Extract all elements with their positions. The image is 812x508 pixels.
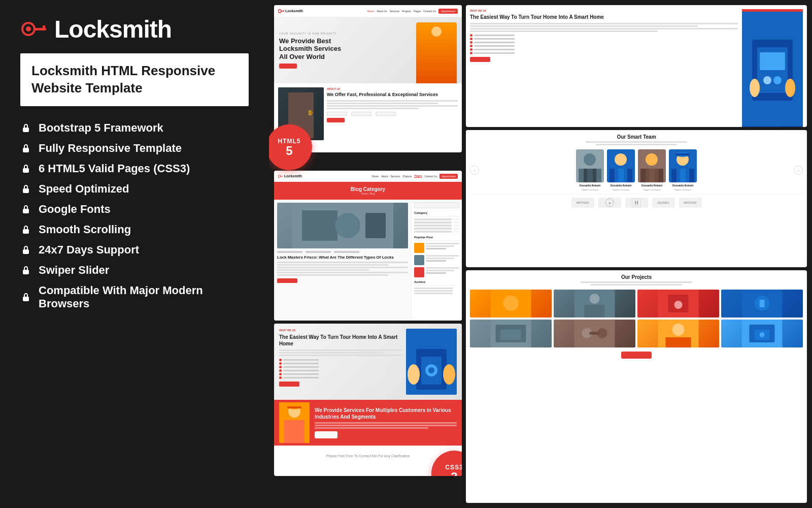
services-text-block: We Provide Services For Multiples Custom… bbox=[315, 407, 457, 438]
sf-4 bbox=[279, 369, 402, 372]
svg-rect-81 bbox=[760, 300, 765, 307]
feature-support-label: 24x7 Days Support bbox=[39, 243, 139, 257]
member-name-1: Donatella Nobatti bbox=[580, 184, 600, 187]
proj-svg-5 bbox=[470, 320, 552, 347]
dot-3 bbox=[279, 366, 282, 368]
svg-rect-7 bbox=[23, 188, 29, 193]
projects-section: Our Projects bbox=[466, 270, 807, 503]
html5-badge: HTML5 5 bbox=[269, 124, 312, 170]
svg-point-74 bbox=[590, 294, 600, 304]
what-read-more-btn[interactable] bbox=[470, 57, 490, 62]
blog-post-title: Lock Masters Frisco: What Are The Differ… bbox=[277, 255, 408, 260]
svg-point-48 bbox=[584, 153, 596, 166]
wd-3 bbox=[470, 28, 738, 29]
about-read-more-btn[interactable] bbox=[327, 118, 345, 122]
hero-screenshot-wrapper: Locksmith Home About Us Services Project… bbox=[274, 5, 462, 152]
srv-line-3 bbox=[315, 427, 428, 429]
member-name-3: Donatella Nobatti bbox=[641, 184, 662, 187]
text-line-2 bbox=[327, 103, 438, 104]
services-red-section: We Provide Services For Multiples Custom… bbox=[274, 400, 462, 446]
svg-rect-15 bbox=[283, 10, 284, 12]
wf-line-5 bbox=[474, 49, 515, 50]
srv-line-2 bbox=[315, 425, 457, 426]
project-2[interactable] bbox=[554, 290, 635, 318]
project-5[interactable] bbox=[470, 320, 552, 347]
what-header: WHAT WE US The Easiest Way To Turn Tour … bbox=[466, 5, 807, 127]
text-line-4 bbox=[327, 108, 419, 109]
team-prev-btn[interactable]: ‹ bbox=[470, 166, 479, 175]
meta-author bbox=[306, 251, 331, 253]
project-1[interactable] bbox=[470, 290, 552, 318]
svg-point-78 bbox=[674, 301, 683, 309]
blog-header: Blog Category Home / Blog bbox=[274, 182, 462, 200]
team-members-row: Donatella Nobatti Digital Lock Expert bbox=[576, 149, 697, 191]
svg-point-58 bbox=[646, 153, 658, 166]
blog-line-4 bbox=[277, 269, 369, 271]
pop-line-2 bbox=[426, 245, 454, 247]
sidebar-search[interactable] bbox=[414, 202, 459, 208]
blog-read-more-btn[interactable] bbox=[277, 278, 297, 283]
lock-icon-4 bbox=[20, 183, 31, 195]
hero-view-more-btn[interactable] bbox=[279, 64, 297, 69]
svg-rect-61 bbox=[649, 169, 655, 182]
blog-nav-active: Pages bbox=[414, 174, 422, 178]
sf-text-5 bbox=[283, 373, 319, 375]
services-enquire-btn[interactable] bbox=[315, 431, 337, 438]
cat-count-1 bbox=[453, 218, 459, 220]
wd-2 bbox=[470, 25, 698, 27]
brand-name: Locksmith bbox=[54, 15, 172, 43]
svg-rect-9 bbox=[23, 229, 29, 234]
svg-point-24 bbox=[335, 213, 360, 238]
project-4[interactable] bbox=[721, 290, 803, 318]
blog-header-title: Blog Category bbox=[351, 186, 385, 192]
sf-2 bbox=[279, 362, 402, 365]
wf-line-6 bbox=[474, 52, 515, 54]
blog-breadcrumb: Home / Blog bbox=[361, 192, 375, 195]
srv-line-1 bbox=[315, 422, 457, 424]
blog-line-5 bbox=[277, 272, 408, 273]
feature-fonts: Google Fonts bbox=[20, 203, 249, 216]
about-link-2 bbox=[351, 112, 371, 116]
popular-text-1 bbox=[426, 243, 459, 253]
project-8[interactable] bbox=[721, 320, 803, 347]
wf-5 bbox=[470, 48, 738, 51]
cat-count-2 bbox=[453, 221, 459, 224]
wf-dot-5 bbox=[470, 48, 472, 51]
hero-text: YOUR SECURITY IS OUR PRIORITY We Provide… bbox=[279, 32, 457, 69]
member-role-2: Digital Lock Expert bbox=[613, 188, 629, 191]
member-role-3: Digital Lock Expert bbox=[644, 188, 660, 191]
sidebar-category-title: Category bbox=[414, 211, 459, 214]
nav-appointment-btn[interactable]: Appointment bbox=[438, 9, 458, 14]
archive-item-2 bbox=[414, 290, 453, 292]
archive-divider bbox=[414, 285, 459, 285]
locksmith-logo-icon bbox=[20, 15, 48, 43]
smart-read-more-btn[interactable] bbox=[279, 382, 299, 387]
blog-line-6 bbox=[277, 274, 388, 276]
wf-1 bbox=[470, 34, 738, 37]
smart-hero-section: WHAT WE US The Easiest Way To Turn Tour … bbox=[274, 324, 462, 400]
blog-line-1 bbox=[277, 262, 408, 263]
lock-icon-6 bbox=[20, 224, 31, 235]
brands-row: HIPSTERS ✦ H EQUINES bbox=[470, 194, 803, 211]
lock-icon-1 bbox=[20, 122, 31, 134]
what-screenshot: WHAT WE US The Easiest Way To Turn Tour … bbox=[466, 5, 807, 127]
projects-view-more-btn[interactable] bbox=[621, 352, 652, 359]
popular-text-3 bbox=[426, 267, 459, 277]
project-3[interactable] bbox=[637, 290, 719, 318]
sidebar-popular-divider bbox=[414, 240, 459, 241]
team-next-btn[interactable]: › bbox=[794, 166, 803, 175]
wf-2 bbox=[470, 38, 738, 40]
left-panel: Locksmith Locksmith HTML Responsive Webs… bbox=[0, 0, 269, 508]
text-line-3 bbox=[327, 105, 458, 107]
about-desc bbox=[327, 100, 458, 109]
wf-6 bbox=[470, 52, 738, 54]
project-6[interactable] bbox=[554, 320, 635, 347]
blog-appt-btn[interactable]: Appointment bbox=[439, 174, 458, 179]
brand-text-4: EQUINES bbox=[658, 201, 669, 204]
project-7[interactable] bbox=[637, 320, 719, 347]
svg-text:✦: ✦ bbox=[608, 201, 612, 206]
pop-date-2 bbox=[426, 260, 446, 262]
svg-rect-46 bbox=[742, 9, 803, 12]
brand-5: HIPSTERS bbox=[679, 198, 702, 208]
member-4-svg bbox=[669, 149, 697, 182]
